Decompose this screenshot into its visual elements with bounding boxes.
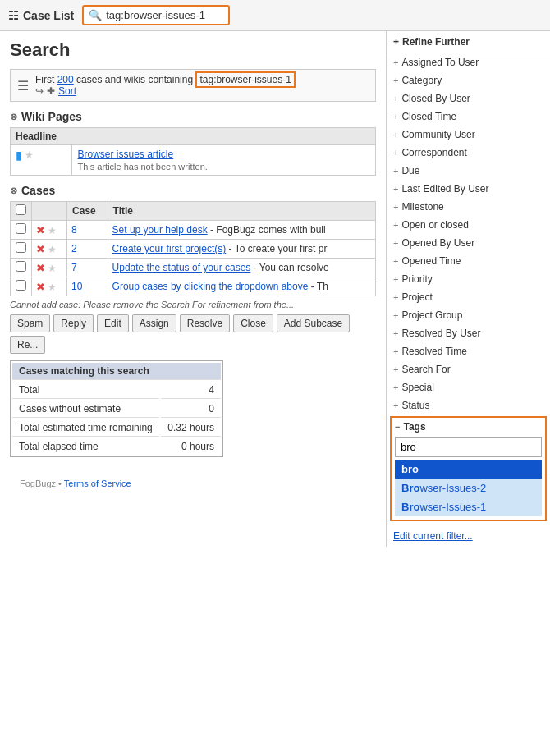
refine-item-correspondent[interactable]: +Correspondent — [387, 144, 550, 162]
case-bug-icon: ✖ — [36, 224, 45, 236]
refine-item-resolved-by-user[interactable]: +Resolved By User — [387, 324, 550, 342]
case-checkbox-cell[interactable] — [11, 259, 32, 277]
action-btn-reply[interactable]: Reply — [53, 314, 94, 332]
case-checkbox[interactable] — [16, 242, 26, 253]
refine-item-status[interactable]: +Status — [387, 396, 550, 415]
refine-item-project-group[interactable]: +Project Group — [387, 306, 550, 324]
grid-icon: ☷ — [8, 9, 19, 22]
refine-item-label: Milestone — [401, 201, 443, 213]
refine-item-assigned-to-user[interactable]: +Assigned To User — [387, 53, 550, 71]
header: ☷ Case List 🔍 tag:browser-issues-1 — [0, 0, 550, 31]
action-btn-assign[interactable]: Assign — [132, 314, 176, 332]
refine-item-closed-time[interactable]: +Closed Time — [387, 108, 550, 126]
case-title-link[interactable]: Create your first project(s) — [112, 243, 227, 254]
tags-dropdown: bro Browser-Issues-2 Browser-Issues-1 — [395, 460, 542, 516]
wiki-table: Headline ▮ ★ Browser issues article This… — [10, 127, 376, 176]
case-num-cell[interactable]: 10 — [67, 277, 108, 296]
wiki-section-label: Wiki Pages — [21, 110, 82, 123]
refine-item-label: Closed Time — [401, 111, 456, 122]
case-star-icon[interactable]: ★ — [48, 244, 57, 255]
case-checkbox[interactable] — [16, 280, 26, 291]
case-star-icon[interactable]: ★ — [48, 225, 57, 236]
refine-item-plus: + — [393, 202, 398, 212]
page-footer: FogBugz • Terms of Service — [10, 474, 376, 493]
tag-option-bro[interactable]: bro — [395, 460, 542, 479]
refine-item-label: Assigned To User — [401, 57, 479, 68]
cases-toggle[interactable]: ⊗ — [10, 186, 17, 196]
refine-item-resolved-time[interactable]: +Resolved Time — [387, 342, 550, 360]
tags-label: Tags — [403, 421, 425, 433]
wiki-toggle[interactable]: ⊗ — [10, 112, 17, 122]
refine-item-community-user[interactable]: +Community User — [387, 126, 550, 144]
edit-filter-link[interactable]: Edit current filter... — [387, 525, 550, 547]
tags-minus-icon[interactable]: − — [395, 422, 400, 432]
refine-item-opened-by-user[interactable]: +Opened By User — [387, 234, 550, 252]
case-checkbox[interactable] — [16, 261, 26, 272]
case-num-cell[interactable]: 2 — [67, 240, 108, 259]
wiki-article-link[interactable]: Browser issues article — [77, 149, 370, 160]
case-title-link[interactable]: Update the status of your cases — [112, 262, 251, 273]
refine-item-due[interactable]: +Due — [387, 162, 550, 180]
case-title-link[interactable]: Set up your help desk — [112, 224, 208, 236]
app-logo[interactable]: ☷ Case List — [8, 9, 74, 22]
refine-item-plus: + — [393, 238, 398, 248]
refine-item-plus: + — [393, 256, 398, 266]
action-btn-close[interactable]: Close — [233, 314, 273, 332]
action-btn-resolve[interactable]: Resolve — [180, 314, 230, 332]
refine-item-last-edited-by-user[interactable]: +Last Edited By User — [387, 180, 550, 198]
case-number[interactable]: 7 — [71, 262, 77, 273]
refine-item-opened-time[interactable]: +Opened Time — [387, 252, 550, 270]
case-number[interactable]: 10 — [71, 281, 82, 292]
app-title: Case List — [23, 9, 74, 22]
action-btn-re---[interactable]: Re... — [10, 336, 45, 354]
results-count[interactable]: 200 — [57, 74, 74, 85]
refine-item-category[interactable]: +Category — [387, 71, 550, 89]
sort-link[interactable]: Sort — [58, 85, 76, 97]
refine-item-priority[interactable]: +Priority — [387, 270, 550, 288]
case-num-cell[interactable]: 7 — [67, 259, 108, 277]
case-number[interactable]: 8 — [71, 224, 77, 236]
refine-item-plus: + — [393, 292, 398, 302]
search-bar[interactable]: 🔍 tag:browser-issues-1 — [82, 5, 230, 25]
tags-input[interactable] — [395, 437, 542, 457]
table-row: ✖ ★ 8 Set up your help desk - FogBugz co… — [11, 221, 376, 240]
refine-item-closed-by-user[interactable]: +Closed By User — [387, 89, 550, 108]
tag-option-browser-issues-2[interactable]: Browser-Issues-2 — [395, 479, 542, 497]
case-num-cell[interactable]: 8 — [67, 221, 108, 240]
cases-checkbox-header[interactable] — [11, 202, 32, 221]
action-btn-edit[interactable]: Edit — [97, 314, 129, 332]
refine-item-milestone[interactable]: +Milestone — [387, 198, 550, 216]
case-star-icon[interactable]: ★ — [48, 282, 57, 293]
refine-item-search-for[interactable]: +Search For — [387, 360, 550, 378]
wiki-row: ▮ ★ Browser issues article This article … — [11, 145, 376, 176]
results-highlight: tag:browser-issues-1 — [195, 71, 295, 88]
case-title-link[interactable]: Group cases by clicking the dropdown abo… — [112, 281, 309, 292]
refine-item-plus: + — [393, 346, 398, 356]
stats-value: 4 — [161, 382, 221, 399]
refine-item-label: Project Group — [401, 309, 462, 321]
action-btn-spam[interactable]: Spam — [10, 314, 50, 332]
wiki-page-icon: ▮ — [16, 149, 22, 162]
case-checkbox-cell[interactable] — [11, 240, 32, 259]
footer-tos-link[interactable]: Terms of Service — [64, 479, 131, 488]
stats-row: Total estimated time remaining 0.32 hour… — [12, 419, 221, 437]
case-checkbox[interactable] — [16, 223, 26, 234]
case-number[interactable]: 2 — [71, 243, 77, 254]
search-value: tag:browser-issues-1 — [106, 9, 205, 21]
refine-item-project[interactable]: +Project — [387, 288, 550, 306]
wiki-star-icon[interactable]: ★ — [25, 149, 34, 161]
refine-item-plus: + — [393, 328, 398, 338]
case-checkbox-cell[interactable] — [11, 277, 32, 296]
tag-option-browser-issues-1[interactable]: Browser-Issues-1 — [395, 497, 542, 516]
refine-item-special[interactable]: +Special — [387, 378, 550, 396]
warning-text: Cannot add case: Please remove the Searc… — [10, 300, 376, 309]
refine-item-plus: + — [393, 112, 398, 121]
case-checkbox-cell[interactable] — [11, 221, 32, 240]
cases-section-label: Cases — [21, 184, 55, 197]
wiki-row-icons: ▮ ★ — [11, 145, 72, 176]
action-btn-add-subcase[interactable]: Add Subcase — [277, 314, 350, 332]
stats-row: Total elapsed time 0 hours — [12, 438, 221, 455]
case-star-icon[interactable]: ★ — [48, 263, 57, 274]
refine-item-open-or-closed[interactable]: +Open or closed — [387, 216, 550, 234]
select-all-checkbox[interactable] — [16, 204, 26, 215]
